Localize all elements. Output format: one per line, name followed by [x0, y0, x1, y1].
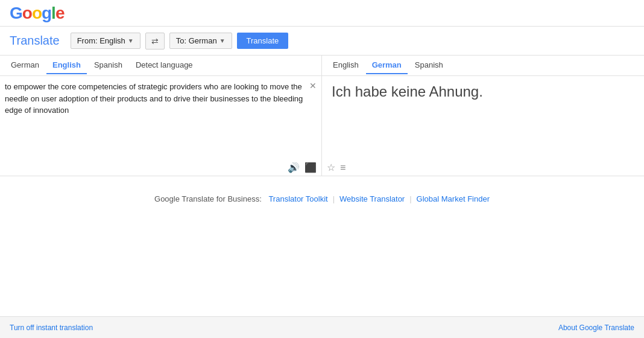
- to-dropdown-arrow: ▼: [219, 37, 226, 44]
- tab-spanish-target[interactable]: Spanish: [409, 57, 449, 74]
- global-market-finder-link[interactable]: Global Market Finder: [417, 194, 490, 203]
- main-area: German English Spanish Detect language t…: [0, 56, 644, 176]
- target-footer: ☆ ≡: [322, 159, 644, 176]
- header: Google: [0, 0, 644, 27]
- clear-button[interactable]: ✕: [309, 81, 317, 91]
- source-input-area: to empower the core competencies of stra…: [0, 76, 321, 159]
- website-translator-link[interactable]: Website Translator: [339, 194, 405, 203]
- source-panel: German English Spanish Detect language t…: [0, 56, 322, 176]
- tab-english-target[interactable]: English: [327, 57, 365, 74]
- target-panel: English German Spanish Ich habe keine Ah…: [322, 56, 644, 176]
- tab-english-source[interactable]: English: [46, 57, 87, 74]
- translator-toolkit-link[interactable]: Translator Toolkit: [268, 194, 327, 203]
- source-textarea[interactable]: to empower the core competencies of stra…: [5, 81, 317, 159]
- translate-button[interactable]: Translate: [237, 33, 289, 49]
- source-tabs: German English Spanish Detect language: [0, 56, 321, 76]
- swap-languages-button[interactable]: ⇄: [145, 33, 165, 49]
- tab-detect-language[interactable]: Detect language: [130, 57, 199, 74]
- google-logo: Google: [10, 4, 64, 23]
- toolbar-title: Translate: [10, 34, 60, 48]
- source-footer: 🔊 ⬛: [0, 159, 321, 176]
- translation-output: Ich habe keine Ahnung.: [322, 76, 644, 159]
- to-language-dropdown[interactable]: To: German ▼: [169, 33, 232, 49]
- tab-german-source[interactable]: German: [5, 57, 45, 74]
- business-label: Google Translate for Business:: [154, 194, 262, 203]
- business-section: Google Translate for Business: Translato…: [0, 176, 644, 222]
- target-tabs: English German Spanish: [322, 56, 644, 76]
- from-language-dropdown[interactable]: From: English ▼: [71, 33, 140, 49]
- copy-button[interactable]: ⬛: [305, 162, 317, 173]
- tab-german-target[interactable]: German: [366, 57, 408, 74]
- save-translation-button[interactable]: ☆: [327, 162, 335, 173]
- toolbar: Translate From: English ▼ ⇄ To: German ▼…: [0, 27, 644, 56]
- from-dropdown-arrow: ▼: [128, 37, 134, 44]
- translations-list-button[interactable]: ≡: [340, 162, 346, 173]
- tab-spanish-source[interactable]: Spanish: [88, 57, 128, 74]
- listen-button[interactable]: 🔊: [288, 162, 300, 173]
